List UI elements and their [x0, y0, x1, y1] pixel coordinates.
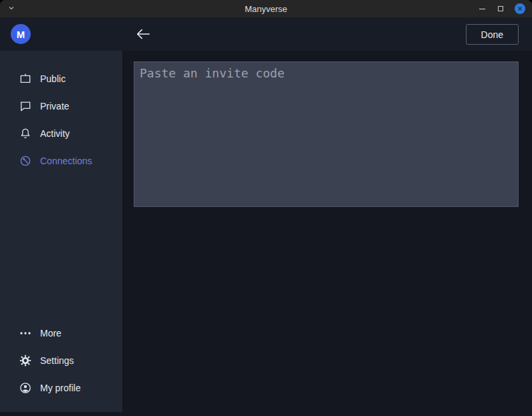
- message-bubble-icon: [19, 99, 32, 113]
- gear-icon: [19, 354, 32, 367]
- sidebar-item-label: Public: [40, 73, 65, 84]
- account-circle-icon: [19, 381, 32, 395]
- sidebar-item-label: Settings: [40, 355, 74, 366]
- minimize-icon: [479, 9, 485, 9]
- sidebar-item-activity[interactable]: Activity: [0, 120, 122, 147]
- network-icon: [19, 154, 32, 168]
- manyverse-window: Manyverse M Done Public: [0, 0, 532, 416]
- bulletin-board-icon: [19, 72, 32, 85]
- sidebar-item-label: Connections: [40, 156, 92, 166]
- sidebar-item-label: Activity: [40, 128, 70, 139]
- bell-icon: [19, 127, 32, 140]
- window-controls: [477, 0, 525, 17]
- minimize-button[interactable]: [477, 4, 487, 13]
- sidebar-bottom: More Settings: [0, 319, 122, 412]
- manyverse-logo: M: [11, 24, 31, 44]
- titlebar: Manyverse: [0, 0, 532, 17]
- main-area: Public Private Activity: [0, 51, 532, 416]
- arrow-left-icon: [136, 28, 150, 40]
- back-button[interactable]: [134, 25, 152, 43]
- sidebar-item-private[interactable]: Private: [0, 92, 122, 120]
- app-header: M Done: [0, 17, 532, 51]
- sidebar-item-connections[interactable]: Connections: [0, 147, 122, 174]
- logo-letter: M: [17, 29, 25, 40]
- sidebar-item-more[interactable]: More: [0, 319, 122, 347]
- restore-button[interactable]: [496, 4, 505, 13]
- done-button[interactable]: Done: [466, 24, 519, 45]
- close-icon: [517, 6, 523, 11]
- dots-horizontal-icon: [19, 327, 32, 340]
- window-title: Manyverse: [0, 4, 532, 14]
- window-menu-chevron-icon[interactable]: [8, 5, 15, 11]
- sidebar-item-label: Private: [40, 101, 70, 112]
- sidebar-item-public[interactable]: Public: [0, 65, 122, 92]
- sidebar: Public Private Activity: [0, 51, 122, 412]
- sidebar-item-my-profile[interactable]: My profile: [0, 374, 122, 401]
- sidebar-spacer: [0, 174, 122, 319]
- invite-code-input[interactable]: [134, 61, 519, 207]
- sidebar-item-label: My profile: [40, 383, 81, 393]
- restore-icon: [498, 6, 503, 11]
- close-button[interactable]: [515, 3, 525, 14]
- sidebar-item-settings[interactable]: Settings: [0, 347, 122, 374]
- sidebar-item-label: More: [40, 328, 61, 339]
